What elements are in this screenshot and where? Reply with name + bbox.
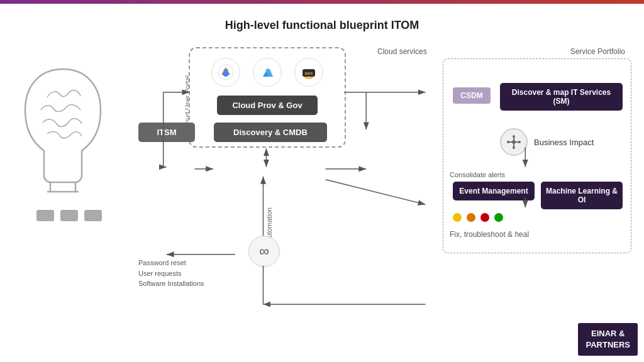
status-dots bbox=[453, 213, 503, 222]
brain-dot-1 bbox=[36, 210, 54, 221]
user-requests-label: User requests bbox=[138, 268, 204, 279]
consolidate-alerts-label: Consolidate alerts bbox=[450, 171, 505, 178]
brain-dots bbox=[13, 210, 126, 221]
software-installations-label: Software Installations bbox=[138, 278, 204, 289]
service-portfolio-box: CSDM Discover & map IT Services (SM) bbox=[443, 58, 631, 253]
main-diagram: Cloud User Portal bbox=[138, 41, 631, 349]
fix-troubleshoot-label: Fix, troubleshoot & heal bbox=[450, 230, 529, 239]
diagram-area: Cloud User Portal bbox=[0, 35, 644, 362]
svg-point-17 bbox=[518, 141, 521, 143]
itsm-box: ITSM bbox=[138, 123, 195, 142]
service-portfolio-label: Service Portfolio bbox=[570, 47, 625, 56]
infinity-symbol: ∞ bbox=[248, 236, 280, 267]
hub-icon bbox=[500, 128, 528, 156]
brain-dot-2 bbox=[60, 210, 78, 221]
svg-point-4 bbox=[223, 70, 229, 77]
page-title: High-level functional blueprint ITOM bbox=[0, 13, 644, 32]
svg-point-15 bbox=[513, 146, 515, 149]
discovery-cmdb-box: Discovery & CMDB bbox=[214, 123, 327, 142]
cloud-services-label: Cloud services bbox=[377, 47, 427, 56]
gcp-icon bbox=[211, 58, 240, 87]
einar-line1: EINAR & bbox=[591, 329, 625, 338]
svg-point-9 bbox=[512, 140, 516, 144]
csdm-box: CSDM bbox=[453, 87, 491, 104]
svg-text:aws: aws bbox=[304, 71, 313, 75]
business-impact-label: Business Impact bbox=[534, 138, 594, 147]
discover-map-box: Discover & map IT Services (SM) bbox=[500, 83, 623, 111]
dot-red bbox=[480, 213, 489, 222]
cloud-prov-gov-button[interactable]: Cloud Prov & Gov bbox=[217, 96, 318, 115]
brain-dot-3 bbox=[84, 210, 102, 221]
cloud-icons-row: aws bbox=[190, 58, 345, 87]
dot-yellow bbox=[453, 213, 462, 222]
right-area: Cloud services Service Portfolio CSDM Di… bbox=[371, 47, 631, 349]
einar-logo: EINAR & PARTNERS bbox=[578, 323, 638, 356]
svg-point-14 bbox=[513, 135, 515, 138]
brain-icon bbox=[13, 60, 113, 198]
event-management-box: Event Management bbox=[453, 182, 535, 200]
einar-line2: PARTNERS bbox=[586, 340, 630, 349]
business-impact-area: Business Impact bbox=[500, 128, 594, 156]
svg-point-16 bbox=[507, 141, 509, 143]
azure-icon bbox=[253, 58, 282, 87]
dot-green bbox=[494, 213, 503, 222]
ml-oi-box: Machine Learning & OI bbox=[541, 182, 623, 209]
top-bar bbox=[0, 0, 644, 4]
bottom-labels: Password reset User requests Software In… bbox=[138, 258, 204, 289]
dot-orange bbox=[467, 213, 475, 222]
brain-area bbox=[13, 60, 126, 261]
aws-icon: aws bbox=[294, 58, 323, 87]
password-reset-label: Password reset bbox=[138, 258, 204, 268]
